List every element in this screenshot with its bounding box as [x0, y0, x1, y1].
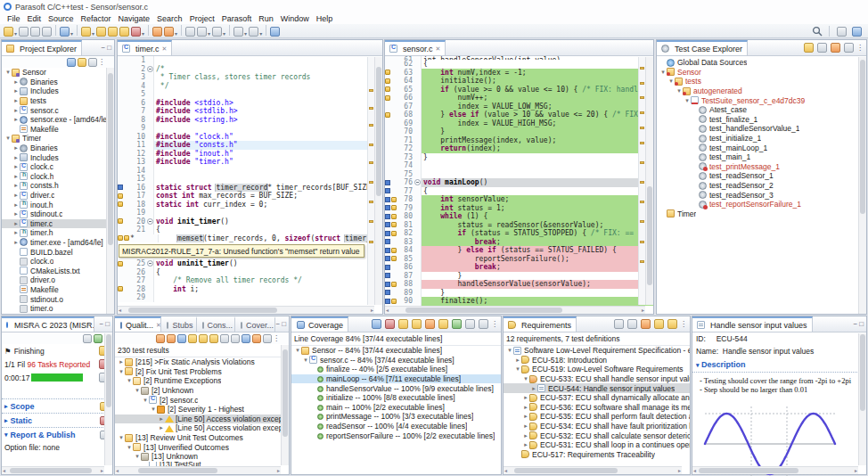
- misra-section-report-publish[interactable]: ▾Report & Publish: [2, 427, 112, 441]
- view-menu-icon[interactable]: ⋮: [491, 321, 498, 328]
- code-line[interactable]: 13#include "timer.h": [118, 158, 382, 167]
- expand-arrow-icon[interactable]: ▸: [12, 163, 20, 170]
- code-line[interactable]: 88 handleSensorValue(sensorValue);: [385, 280, 653, 289]
- forward-icon[interactable]: [249, 27, 258, 37]
- tree-item[interactable]: printMessage -- 100% [3/3 executable lin…: [291, 412, 501, 422]
- code-line[interactable]: 65 if (value >= 0 && value <= 10) { /* F…: [385, 86, 653, 94]
- task-marker-icon[interactable]: [391, 197, 397, 202]
- tree-item[interactable]: ▸inout.h: [2, 200, 114, 209]
- tree-item[interactable]: main -- 100% [2/2 executable lines]: [291, 403, 501, 413]
- minimize-icon[interactable]: −: [99, 321, 103, 328]
- expand-arrow-icon[interactable]: ▸: [530, 385, 537, 392]
- ruler-mark-icon[interactable]: [640, 127, 644, 129]
- task-marker-icon[interactable]: [385, 70, 390, 75]
- code-line[interactable]: 62{: [385, 60, 653, 69]
- timer-editor-tab[interactable]: timer.c ✕: [118, 40, 172, 55]
- code-line[interactable]: 9: [118, 124, 382, 133]
- next-icon[interactable]: [398, 319, 408, 329]
- expand-arrow-icon[interactable]: ▸: [522, 394, 529, 401]
- task-marker-icon[interactable]: [391, 299, 397, 304]
- tree-item[interactable]: ▾[13] Review Unit Test Outcomes: [115, 433, 289, 443]
- tree-item[interactable]: test_readSensor_1: [657, 171, 866, 181]
- menu-item-search[interactable]: Search: [153, 14, 186, 23]
- minimize-icon[interactable]: −: [101, 45, 105, 52]
- expand-arrow-icon[interactable]: ▸: [158, 415, 165, 423]
- tree-item[interactable]: ▸ECU-536: ECU software shall manage its …: [504, 403, 690, 413]
- task-marker-icon[interactable]: [124, 235, 129, 241]
- coverage-marker-icon[interactable]: [385, 265, 390, 270]
- requirements-tab[interactable]: Requirements: [504, 316, 577, 332]
- menu-item-file[interactable]: File: [4, 14, 24, 23]
- menu-item-window[interactable]: Window: [277, 14, 313, 23]
- tree-item[interactable]: test_readSensor_3: [657, 190, 866, 200]
- task-marker-icon[interactable]: [118, 193, 123, 199]
- expand-arrow-icon[interactable]: ▸: [12, 229, 20, 236]
- sensor-code-area[interactable]: 61int handleSensorValue(int value)62{63 …: [385, 56, 653, 306]
- tree-item[interactable]: mainLoop -- 64% [7/11 executable lines]: [291, 374, 501, 384]
- close-icon[interactable]: ✕: [156, 322, 161, 329]
- tree-item[interactable]: ▸ECU-537: ECU shall dynamically allocate…: [504, 393, 690, 403]
- detail-hscrollbar[interactable]: ◂▸: [692, 466, 858, 474]
- coverage-marker-icon[interactable]: [385, 205, 390, 210]
- layers-icon[interactable]: [242, 334, 250, 343]
- expand-arrow-icon[interactable]: ▸: [12, 97, 20, 104]
- menu-item-help[interactable]: Help: [313, 14, 337, 23]
- close-icon[interactable]: ✕: [162, 45, 168, 53]
- tree-item[interactable]: ▸ECU-518: Introduction: [504, 356, 690, 365]
- timer-code-area[interactable]: 12/*3 * Timer class, stores timer record…: [118, 56, 382, 302]
- sync-icon[interactable]: [667, 319, 677, 329]
- expand-arrow-icon[interactable]: ▸: [514, 357, 521, 364]
- code-line[interactable]: 20void init_timer(): [118, 217, 382, 226]
- tree-item[interactable]: clock.o: [2, 257, 114, 267]
- ruler-mark-icon[interactable]: [640, 260, 644, 263]
- tree-item[interactable]: ▸Includes: [2, 152, 114, 162]
- tree-item[interactable]: ▸consts.h: [2, 181, 114, 191]
- sensor-editor-tab[interactable]: sensor.c ✕: [385, 40, 446, 55]
- forward-dropdown-icon[interactable]: ▾: [259, 31, 262, 37]
- task-marker-icon[interactable]: [391, 248, 397, 253]
- tree-item[interactable]: ▸ECU-531: ECU shall loop in a continues …: [504, 440, 690, 450]
- expand-arrow-icon[interactable]: ▾: [514, 365, 521, 373]
- close-icon[interactable]: ✕: [436, 45, 441, 53]
- new-dropdown-icon[interactable]: ▾: [14, 31, 17, 37]
- ruler-mark-icon[interactable]: [640, 111, 644, 114]
- task-marker-icon[interactable]: [118, 235, 123, 241]
- code-line[interactable]: 76void mainLoop(): [385, 178, 653, 187]
- import-icon[interactable]: [654, 319, 664, 329]
- misra-hscrollbar[interactable]: ◂▸: [2, 466, 104, 474]
- code-line[interactable]: 26{: [118, 268, 382, 277]
- sensor-vscrollbar[interactable]: [645, 57, 653, 305]
- ruler-mark-icon[interactable]: [640, 201, 644, 203]
- expand-arrow-icon[interactable]: ▾: [126, 444, 133, 451]
- task-marker-icon[interactable]: [385, 86, 390, 92]
- pin-icon[interactable]: [252, 334, 261, 343]
- task-marker-icon[interactable]: [391, 231, 397, 236]
- tree-item[interactable]: ▾tests: [657, 77, 866, 86]
- code-line[interactable]: 77{: [385, 187, 653, 196]
- code-line[interactable]: 17const int max_records = BUF_SIZE;: [118, 192, 382, 201]
- tree-item[interactable]: ▸stdinout.c: [2, 209, 114, 219]
- expand-arrow-icon[interactable]: ▸: [12, 220, 20, 227]
- filter-icon[interactable]: [263, 334, 272, 343]
- task-marker-icon[interactable]: [391, 205, 397, 210]
- tree-item[interactable]: ▸Binaries: [2, 144, 114, 153]
- code-line[interactable]: 18static int curr_index = 0;: [118, 201, 382, 209]
- ruler-mark-icon[interactable]: [369, 144, 373, 146]
- coverage-marker-icon[interactable]: [385, 248, 390, 253]
- code-line[interactable]: 19: [118, 209, 382, 217]
- run-tests-icon[interactable]: [804, 43, 814, 53]
- coverage-marker-icon[interactable]: [385, 222, 390, 227]
- db-icon[interactable]: [131, 27, 141, 37]
- quality-hscrollbar[interactable]: ◂▸: [115, 466, 281, 474]
- project-explorer-vscrollbar[interactable]: [106, 68, 114, 314]
- code-line[interactable]: 75: [385, 170, 653, 179]
- code-line[interactable]: 8#include <string.h>: [118, 116, 382, 125]
- mcdc-icon[interactable]: [385, 319, 395, 329]
- ruler-mark-icon[interactable]: [640, 82, 644, 85]
- ruler-mark-icon[interactable]: [369, 220, 373, 223]
- expand-arrow-icon[interactable]: ▾: [118, 368, 125, 375]
- tree-item[interactable]: ▸ECU-544: Handle sensor input values: [504, 383, 690, 393]
- tree-item[interactable]: ▾Sensor: [2, 68, 114, 78]
- expand-arrow-icon[interactable]: ▸: [522, 423, 529, 430]
- brush-dropdown-icon[interactable]: ▾: [175, 31, 177, 37]
